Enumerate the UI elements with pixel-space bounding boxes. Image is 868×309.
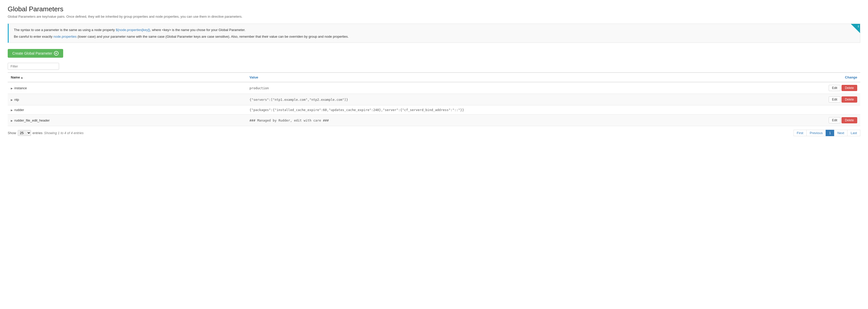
info-line-2: Be careful to enter exactly node.propert… (14, 34, 855, 39)
filter-input[interactable] (8, 63, 59, 70)
expand-arrow[interactable]: ▶ (11, 119, 13, 122)
plus-icon: + (54, 51, 59, 56)
row-change: EditDelete (819, 94, 860, 105)
pagination-next[interactable]: Next (834, 130, 847, 136)
pagination-first[interactable]: First (794, 130, 806, 136)
row-change (819, 105, 860, 115)
edit-button[interactable]: Edit (829, 85, 841, 91)
delete-button[interactable]: Delete (842, 96, 857, 103)
parameters-table: Name Value Change ▶instanceproductionEdi… (8, 72, 860, 126)
entries-label: entries (33, 131, 43, 135)
table-row: ▶rudder_file_edit_header### Managed by R… (8, 115, 860, 126)
showing-info: Showing 1 to 4 of 4 entries (44, 131, 84, 135)
expand-arrow[interactable]: ▶ (11, 109, 13, 111)
info-line-1: The syntax to use a parameter is the sam… (14, 28, 855, 33)
delete-button[interactable]: Delete (842, 85, 857, 91)
entries-per-page-select[interactable]: 102550100 (18, 130, 31, 136)
table-row: ▶ntp{"servers":["ntp1.example.com","ntp2… (8, 94, 860, 105)
row-value: {"packages":{"installed_cache_expire":60… (247, 105, 819, 115)
pagination-previous[interactable]: Previous (806, 130, 826, 136)
node-properties-key-link[interactable]: ${node.properties[key]} (116, 28, 150, 32)
row-value: production (247, 82, 819, 94)
create-global-parameter-button[interactable]: Create Global Parameter + (8, 49, 63, 58)
row-name: ▶rudder (8, 105, 247, 115)
row-value: ### Managed by Rudder, edit with care ##… (247, 115, 819, 126)
node-properties-link[interactable]: node.properties (54, 35, 76, 38)
row-change: EditDelete (819, 82, 860, 94)
show-label: Show (8, 131, 16, 135)
col-header-change: Change (819, 73, 860, 82)
row-change: EditDelete (819, 115, 860, 126)
show-entries: Show 102550100 entries Showing 1 to 4 of… (8, 130, 84, 136)
pagination-current[interactable]: 1 (826, 130, 834, 136)
edit-button[interactable]: Edit (829, 96, 841, 103)
row-name: ▶rudder_file_edit_header (8, 115, 247, 126)
row-name: ▶ntp (8, 94, 247, 105)
row-name: ▶instance (8, 82, 247, 94)
info-box: i The syntax to use a parameter is the s… (8, 24, 860, 43)
delete-button[interactable]: Delete (842, 117, 857, 123)
table-row: ▶rudder{"packages":{"installed_cache_exp… (8, 105, 860, 115)
expand-arrow[interactable]: ▶ (11, 87, 13, 90)
row-value: {"servers":["ntp1.example.com","ntp2.exa… (247, 94, 819, 105)
pagination-last[interactable]: Last (847, 130, 860, 136)
expand-arrow[interactable]: ▶ (11, 99, 13, 101)
table-row: ▶instanceproductionEditDelete (8, 82, 860, 94)
sort-icon[interactable] (20, 75, 23, 79)
pagination: First Previous 1 Next Last (794, 130, 860, 136)
table-footer: Show 102550100 entries Showing 1 to 4 of… (8, 130, 860, 136)
page-title: Global Parameters (8, 5, 860, 13)
col-header-value: Value (247, 73, 819, 82)
edit-button[interactable]: Edit (829, 117, 841, 123)
col-header-name: Name (8, 73, 247, 82)
page-subtitle: Global Parameters are key/value pairs. O… (8, 14, 860, 19)
